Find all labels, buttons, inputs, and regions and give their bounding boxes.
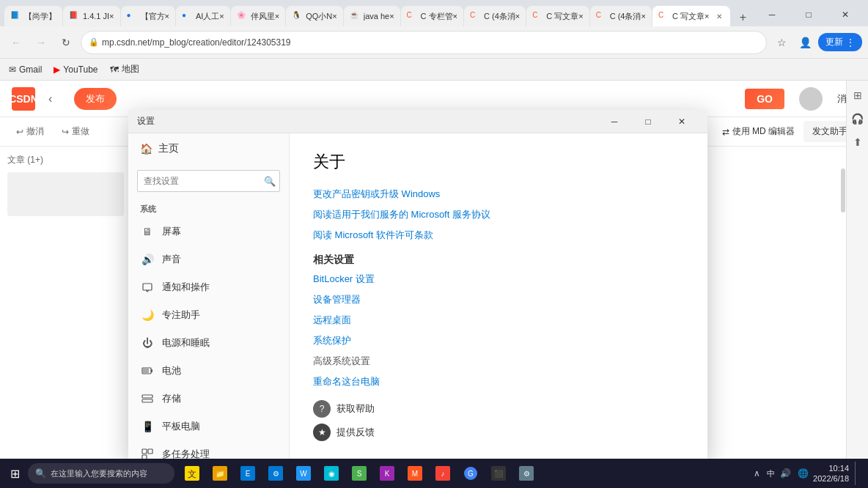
taskbar-icon-13[interactable]: ⚙: [513, 460, 540, 487]
back-button[interactable]: ←: [6, 32, 26, 53]
right-panel: ⊞ 🎧 ⬆: [846, 81, 868, 459]
tab-12-close-icon[interactable]: ✕: [714, 11, 724, 21]
minimize-browser-icon[interactable]: ─: [755, 3, 789, 26]
tab-5[interactable]: 🌸 伴风里×: [231, 6, 285, 26]
close-button[interactable]: ✕: [665, 110, 699, 133]
redo-button[interactable]: ↪ 重做: [57, 122, 94, 141]
settings-search-input[interactable]: [137, 170, 280, 192]
microsoft-service-agreement-link[interactable]: 阅读适用于我们服务的 Microsoft 服务协议: [313, 208, 684, 221]
gmail-label: Gmail: [19, 64, 42, 75]
csdn-editor-sidebar: 文章 (1+): [0, 147, 132, 459]
youtube-icon: ▶: [54, 64, 60, 75]
browser-toolbar: ← → ↻ 🔒 mp.csdn.net/mp_blog/creation/edi…: [0, 26, 868, 59]
minimize-button[interactable]: ─: [597, 110, 631, 133]
tab-3-label: 【官方×: [141, 11, 169, 22]
taskbar-icon-11[interactable]: G: [457, 460, 484, 487]
address-bar[interactable]: 🔒 mp.csdn.net/mp_blog/creation/editor/12…: [81, 31, 767, 54]
bookmarks-bar: ✉ Gmail ▶ YouTube 🗺 地图: [0, 59, 868, 81]
rename-pc-link[interactable]: 重命名这台电脑: [313, 375, 684, 388]
profile-icon[interactable]: 👤: [795, 32, 815, 53]
taskbar-clock[interactable]: 10:14 2022/6/18: [813, 463, 849, 484]
give-feedback-item[interactable]: ★ 提供反馈: [313, 424, 684, 441]
undo-button[interactable]: ↩ 撤消: [12, 122, 48, 141]
grid-icon[interactable]: ⊞: [849, 86, 867, 104]
tab-9-icon: C: [470, 11, 480, 21]
scroll-up-icon[interactable]: ⬆: [849, 133, 867, 151]
tab-6[interactable]: 🐧 QQ小N×: [286, 6, 342, 26]
maximize-browser-icon[interactable]: □: [792, 3, 825, 26]
taskbar-icon-8[interactable]: K: [374, 460, 400, 487]
tab-9[interactable]: C C (4条消×: [464, 6, 526, 26]
get-help-item[interactable]: ? 获取帮助: [313, 400, 684, 418]
taskbar-icon-7[interactable]: S: [346, 460, 372, 487]
tab-11-icon: C: [596, 11, 606, 21]
close-browser-icon[interactable]: ✕: [828, 3, 862, 26]
taskbar-icon-2[interactable]: 📁: [207, 460, 233, 487]
svg-text:E: E: [246, 470, 251, 478]
md-editor-button[interactable]: ⇄ 使用 MD 编辑器: [722, 125, 795, 138]
forward-button[interactable]: →: [31, 32, 51, 53]
microsoft-software-license-link[interactable]: 阅读 Microsoft 软件许可条款: [313, 229, 684, 242]
battery-label: 电池: [162, 364, 181, 377]
bookmark-maps[interactable]: 🗺 地图: [107, 62, 142, 77]
taskbar-search-bar[interactable]: 🔍 在这里输入您要搜索的内容: [28, 463, 174, 484]
system-protection-link[interactable]: 系统保护: [313, 334, 684, 347]
battery-icon: [140, 363, 155, 378]
taskbar: ⊞ 🔍 在这里输入您要搜索的内容 文 📁 E ⚙ W ◉ S K M: [0, 459, 868, 488]
settings-nav-item-sound[interactable]: 🔊 声音: [128, 245, 289, 273]
headphones-icon[interactable]: 🎧: [849, 110, 867, 127]
tab-2[interactable]: 📕 1.4.1 JI×: [63, 6, 120, 26]
taskbar-search-icon: 🔍: [35, 468, 46, 478]
taskbar-icon-10[interactable]: ♪: [430, 460, 456, 487]
bookmark-gmail[interactable]: ✉ Gmail: [6, 63, 45, 76]
device-manager-link[interactable]: 设备管理器: [313, 293, 684, 306]
redo-icon: ↪: [62, 127, 69, 137]
remote-desktop-link[interactable]: 远程桌面: [313, 314, 684, 327]
taskbar-icon-3[interactable]: E: [235, 460, 261, 487]
csdn-avatar[interactable]: [799, 87, 823, 111]
show-desktop-button[interactable]: [855, 462, 859, 485]
csdn-publish-button[interactable]: 发布: [74, 88, 117, 110]
settings-nav-item-notifications[interactable]: 通知和操作: [128, 273, 289, 301]
settings-nav-item-storage[interactable]: 存储: [128, 385, 289, 413]
settings-nav-item-display[interactable]: 🖥 屏幕: [128, 218, 289, 245]
settings-nav-item-focus[interactable]: 🌙 专注助手: [128, 301, 289, 329]
tray-volume-icon[interactable]: 🔊: [778, 466, 792, 481]
taskbar-icon-4[interactable]: ⚙: [262, 460, 289, 487]
new-tab-button[interactable]: +: [734, 9, 751, 26]
bitlocker-link[interactable]: BitLocker 设置: [313, 273, 684, 286]
tab-11[interactable]: C C (4条消×: [590, 6, 652, 26]
tab-5-icon: 🌸: [237, 11, 247, 21]
update-button[interactable]: 更新 ⋮: [818, 33, 862, 51]
svg-rect-4: [142, 395, 152, 398]
tab-1[interactable]: 📘 【尚学】: [4, 6, 62, 26]
maximize-button[interactable]: □: [631, 110, 665, 133]
tab-7[interactable]: ☕ java he×: [344, 6, 400, 26]
settings-nav-item-battery[interactable]: 电池: [128, 357, 289, 385]
settings-nav-item-power[interactable]: ⏻ 电源和睡眠: [128, 329, 289, 357]
settings-home-link[interactable]: 🏠 主页: [128, 133, 289, 164]
tray-up-icon[interactable]: ∧: [749, 466, 764, 481]
csdn-logo: CSDN: [12, 87, 35, 111]
taskbar-icon-1[interactable]: 文: [179, 460, 205, 487]
tab-8[interactable]: C C 专栏管×: [401, 6, 463, 26]
change-product-key-link[interactable]: 更改产品密钥或升级 Windows: [313, 188, 684, 201]
tab-12[interactable]: C C 写文章× ✕: [652, 6, 730, 26]
collapse-icon[interactable]: ‹: [48, 92, 52, 106]
csdn-go-button[interactable]: GO: [745, 89, 784, 109]
tab-10[interactable]: C C 写文章×: [526, 6, 589, 26]
tray-network-icon[interactable]: 🌐: [795, 466, 810, 481]
bookmark-icon[interactable]: ☆: [771, 32, 792, 53]
tab-3[interactable]: ● 【官方×: [121, 6, 175, 26]
settings-nav-item-tablet[interactable]: 📱 平板电脑: [128, 413, 289, 440]
tab-4[interactable]: ● AI人工×: [176, 6, 230, 26]
reload-button[interactable]: ↻: [56, 32, 76, 53]
taskbar-icon-12[interactable]: ⬛: [485, 460, 512, 487]
bookmark-youtube[interactable]: ▶ YouTube: [51, 63, 100, 76]
taskbar-icon-6[interactable]: ◉: [318, 460, 345, 487]
taskbar-icon-9[interactable]: M: [402, 460, 428, 487]
taskbar-icon-5[interactable]: W: [290, 460, 317, 487]
advanced-system-settings-link[interactable]: 高级系统设置: [313, 355, 684, 368]
csdn-logo-icon: CSDN: [12, 87, 35, 111]
start-button[interactable]: ⊞: [3, 462, 26, 485]
